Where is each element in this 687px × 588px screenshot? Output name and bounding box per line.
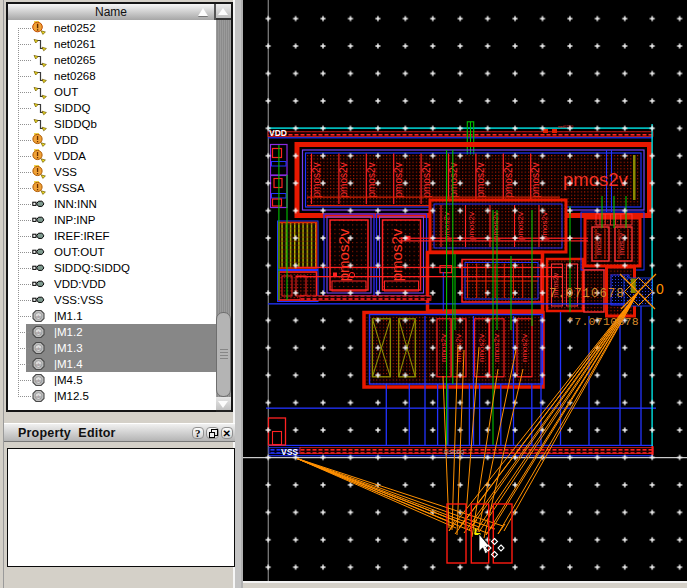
svg-text:0: 0 (656, 281, 664, 297)
svg-text:VSS: VSS (281, 447, 298, 457)
svg-text:VDD: VDD (269, 128, 287, 138)
svg-text:obj: obj (36, 377, 41, 382)
svg-text:obj: obj (36, 313, 41, 318)
svg-text:obj: obj (36, 361, 41, 366)
svg-text:7.0710678: 7.0710678 (549, 287, 625, 301)
svg-text:obj: obj (36, 345, 41, 350)
svg-text:Q:SIDDQ: Q:SIDDQ (444, 450, 465, 455)
svg-text:obj: obj (36, 393, 41, 398)
svg-text:*7.0710878: *7.0710878 (567, 315, 639, 328)
svg-text:obj: obj (36, 329, 41, 334)
